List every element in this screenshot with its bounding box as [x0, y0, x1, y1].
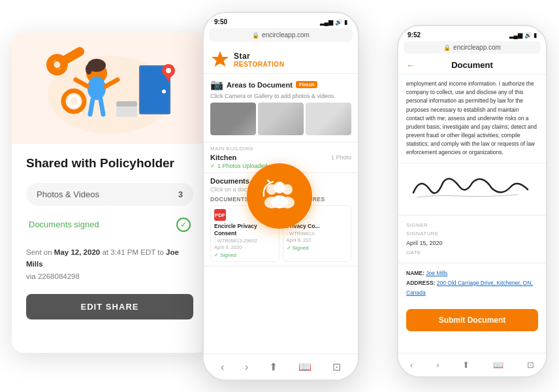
edit-share-button[interactable]: EDIT SHARE — [26, 294, 193, 319]
svg-point-12 — [86, 64, 92, 74]
share-circle — [247, 163, 312, 229]
signature-date: April 15, 2020 — [406, 238, 443, 248]
battery-icon: ▮ — [344, 19, 347, 25]
left-card: Shared with Policyholder Photos & Videos… — [12, 33, 208, 353]
photos-videos-label: Photos & Videos — [37, 189, 99, 199]
svg-point-10 — [88, 76, 106, 100]
middle-url: encircleapp.com — [262, 31, 310, 39]
r-lock-icon: 🔒 — [443, 44, 451, 51]
svg-point-28 — [271, 195, 288, 208]
kitchen-row: Kitchen 1 Photo — [210, 154, 351, 161]
r-nav-tabs[interactable]: ⊡ — [527, 360, 534, 370]
middle-time: 9:50 — [214, 18, 227, 25]
doc2-signed: ✓ Signed — [287, 245, 348, 251]
sent-phone: 2268084298 — [38, 272, 80, 280]
nav-back[interactable]: ‹ — [221, 361, 224, 373]
r-nav-share[interactable]: ⬆ — [462, 360, 470, 370]
photos-videos-count: 3 — [178, 189, 183, 199]
areas-sub: Click Camera or Gallery to add photos & … — [210, 93, 351, 99]
sent-prefix: Sent on — [26, 248, 52, 256]
doc1-sub: - WTR09813-29602 — [214, 238, 276, 244]
r-battery-icon: ▮ — [534, 32, 537, 39]
svg-marker-22 — [212, 51, 229, 67]
doc1-signed: ✓ Signed — [214, 252, 276, 258]
back-arrow-icon[interactable]: ← — [406, 60, 415, 71]
doc-header: ← Document — [398, 56, 546, 74]
svg-line-15 — [90, 99, 93, 114]
svg-point-27 — [274, 182, 285, 193]
nav-share[interactable]: ⬆ — [269, 361, 278, 373]
check-icon: ✓ — [210, 163, 216, 169]
camera-icon: 📷 — [210, 78, 223, 91]
sent-via: via — [26, 272, 36, 280]
nav-tabs[interactable]: ⊡ — [332, 361, 341, 373]
sent-date: May 12, 2020 — [54, 248, 100, 256]
company-sub: Restoration — [234, 61, 284, 68]
scene: Shared with Policyholder Photos & Videos… — [0, 0, 559, 392]
personal-info: NAME: Joe Mills ADDRESS: 200 Old Carriag… — [398, 263, 546, 304]
star-header: Star Restoration — [204, 44, 358, 74]
right-url: encircleapp.com — [453, 44, 501, 51]
sent-info: Sent on May 12, 2020 at 3:41 PM EDT to J… — [26, 246, 193, 282]
name-row: NAME: Joe Mills — [406, 269, 538, 278]
left-card-content: Shared with Policyholder Photos & Videos… — [12, 144, 208, 353]
name-value: Joe Mills — [426, 270, 447, 276]
middle-url-bar[interactable]: 🔒 encircleapp.com — [209, 28, 353, 42]
doc-title: Document — [451, 60, 493, 70]
kitchen-name: Kitchen — [210, 154, 236, 161]
finish-badge: Finish — [296, 81, 318, 88]
company-name: Star — [234, 52, 284, 61]
signature-label: SIGNATURE — [406, 229, 443, 238]
svg-point-19 — [166, 68, 171, 73]
illustration — [12, 33, 208, 144]
r-wifi-icon: 🔊 — [524, 32, 532, 39]
shared-title: Shared with Policyholder — [26, 155, 174, 171]
docs-signed-label: Documents signed — [29, 220, 99, 229]
areas-title: Areas to Document — [227, 81, 293, 89]
middle-bottom-nav: ‹ › ⬆ 📖 ⊡ — [204, 353, 358, 380]
docs-signed-check: ✓ — [176, 218, 191, 232]
doc2-date: April 9, 202 — [287, 237, 348, 243]
address-row: ADDRESS: 200 Old Carriage Drive, Kitchen… — [406, 278, 538, 299]
address-label: ADDRESS: — [406, 280, 435, 286]
signal-icon: ▂▄▆ — [320, 19, 333, 25]
name-label: NAME: — [406, 270, 424, 276]
r-nav-book[interactable]: 📖 — [493, 360, 503, 370]
photo-thumb-3 — [306, 103, 351, 135]
r-nav-back[interactable]: ‹ — [410, 360, 413, 370]
photo-thumb-2 — [258, 103, 304, 135]
lock-icon: 🔒 — [252, 32, 259, 39]
doc-body-text: employment and income information. I aut… — [398, 74, 546, 163]
right-bottom-nav: ‹ › ⬆ 📖 ⊡ — [398, 353, 546, 376]
svg-rect-8 — [116, 101, 137, 106]
docs-signed-row: Documents signed ✓ — [26, 212, 193, 237]
areas-section: 📷 Areas to Document Finish Click Camera … — [204, 74, 358, 142]
right-status-bar: 9:52 ▂▄▆ 🔊 ▮ — [398, 26, 546, 41]
submit-button[interactable]: Submit Document — [406, 309, 538, 331]
docs-title: Documents — [210, 177, 249, 185]
doc1-date: April 9, 2020 — [214, 244, 276, 250]
doc2-sub: - WTR09813- — [287, 231, 348, 237]
nav-book[interactable]: 📖 — [298, 361, 311, 373]
r-nav-forward[interactable]: › — [436, 360, 439, 370]
right-status-icons: ▂▄▆ 🔊 ▮ — [509, 32, 537, 39]
photo-grid — [210, 103, 351, 135]
photo-thumb-1 — [210, 103, 256, 135]
uploaded-label: 1 Photos Uploaded — [217, 163, 268, 169]
wifi-icon: 🔊 — [335, 19, 342, 25]
middle-status-icons: ▂▄▆ 🔊 ▮ — [320, 19, 347, 25]
doc-icon-1: PDF — [214, 209, 226, 221]
gate-label: GATE — [406, 248, 443, 257]
signer-info: Signer SIGNATURE April 15, 2020 GATE — [398, 216, 546, 263]
right-time: 9:52 — [407, 31, 421, 39]
right-url-bar[interactable]: 🔒 encircleapp.com — [404, 41, 541, 54]
signer-col-left: Signer SIGNATURE April 15, 2020 GATE — [406, 221, 443, 257]
sent-time: at 3:41 PM EDT to — [102, 248, 163, 256]
main-building-label: MAIN BUILDING — [210, 146, 351, 152]
svg-line-16 — [101, 99, 103, 114]
nav-forward[interactable]: › — [245, 361, 248, 373]
r-signal-icon: ▂▄▆ — [509, 32, 522, 39]
right-phone: 9:52 ▂▄▆ 🔊 ▮ 🔒 encircleapp.com ← Documen… — [397, 25, 547, 378]
photos-videos-pill: Photos & Videos 3 — [26, 183, 193, 206]
svg-point-6 — [162, 90, 166, 93]
